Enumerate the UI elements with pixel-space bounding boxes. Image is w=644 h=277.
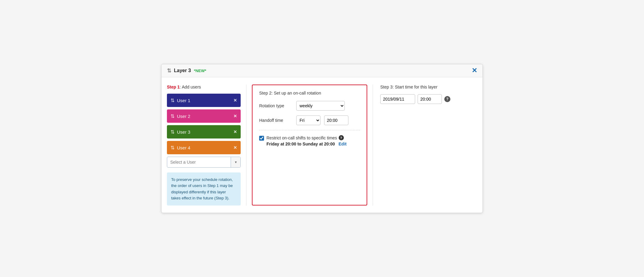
restrict-time-text: Friday at 20:00 to Sunday at 20:00 bbox=[266, 142, 335, 146]
handoff-label: Handoff time bbox=[259, 118, 293, 123]
user1-label: User 1 bbox=[177, 98, 190, 103]
user-bar-3[interactable]: ⇅ User 3 ✕ bbox=[167, 125, 241, 138]
user-bar-1[interactable]: ⇅ User 1 ✕ bbox=[167, 94, 241, 107]
step3-num: Step 3 bbox=[380, 85, 392, 89]
step1-num: Step 1 bbox=[167, 85, 180, 89]
user2-label: User 2 bbox=[177, 114, 190, 119]
user-bar-2[interactable]: ⇅ User 2 ✕ bbox=[167, 109, 241, 123]
sort-icon-3: ⇅ bbox=[171, 129, 175, 135]
user-bar-4[interactable]: ⇅ User 4 ✕ bbox=[167, 141, 241, 154]
remove-user1-button[interactable]: ✕ bbox=[233, 98, 237, 103]
step1-label: Step 1: Add users bbox=[167, 85, 241, 89]
window-body: Step 1: Add users ⇅ User 1 ✕ ⇅ User 2 ✕ … bbox=[161, 77, 483, 213]
step3-suffix: : Start time for this layer bbox=[392, 85, 437, 89]
user1-left: ⇅ User 1 bbox=[171, 98, 190, 103]
remove-user4-button[interactable]: ✕ bbox=[233, 145, 237, 150]
restrict-row: Restrict on-call shifts to specific time… bbox=[259, 135, 360, 146]
select-user-input[interactable] bbox=[167, 160, 231, 165]
step1-suffix: : Add users bbox=[180, 85, 201, 89]
new-badge: *NEW* bbox=[194, 68, 206, 73]
drag-icon: ⇅ bbox=[167, 67, 171, 74]
restrict-time-row: Friday at 20:00 to Sunday at 20:00 Edit bbox=[266, 142, 347, 146]
window-title: Layer 3 bbox=[174, 68, 191, 73]
restrict-checkbox[interactable] bbox=[259, 136, 264, 141]
restrict-content: Restrict on-call shifts to specific time… bbox=[266, 135, 347, 146]
handoff-day-select[interactable]: Mon Tue Wed Thu Fri Sat Sun bbox=[296, 115, 320, 125]
rotation-type-select[interactable]: weekly daily custom bbox=[296, 101, 345, 111]
step2-num: Step 2 bbox=[259, 91, 271, 95]
start-time-row: ? bbox=[380, 94, 477, 104]
user4-left: ⇅ User 4 bbox=[171, 145, 190, 151]
window-header: ⇅ Layer 3 *NEW* ✕ bbox=[161, 64, 483, 77]
close-button[interactable]: ✕ bbox=[472, 67, 477, 74]
select-user-wrapper[interactable]: ▾ bbox=[167, 157, 241, 168]
remove-user2-button[interactable]: ✕ bbox=[233, 114, 237, 118]
handoff-time-row: Handoff time Mon Tue Wed Thu Fri Sat Sun bbox=[259, 115, 360, 125]
handoff-time-input[interactable] bbox=[324, 115, 348, 125]
step3-label: Step 3: Start time for this layer bbox=[380, 85, 477, 89]
remove-user3-button[interactable]: ✕ bbox=[233, 129, 237, 134]
step2-suffix: : Set up an on-call rotation bbox=[271, 91, 321, 95]
step2-label: Step 2: Set up an on-call rotation bbox=[259, 91, 360, 95]
restrict-label-row: Restrict on-call shifts to specific time… bbox=[266, 135, 347, 140]
start-time-help-icon[interactable]: ? bbox=[444, 96, 450, 102]
user4-label: User 4 bbox=[177, 145, 190, 150]
restrict-help-icon[interactable]: ? bbox=[339, 135, 344, 140]
user3-label: User 3 bbox=[177, 129, 190, 135]
sort-icon-1: ⇅ bbox=[171, 98, 175, 103]
user3-left: ⇅ User 3 bbox=[171, 129, 190, 135]
rotation-type-row: Rotation type weekly daily custom bbox=[259, 101, 360, 111]
layer-window: ⇅ Layer 3 *NEW* ✕ Step 1: Add users ⇅ Us… bbox=[161, 64, 483, 213]
step2-divider bbox=[259, 130, 360, 130]
start-time-input[interactable] bbox=[418, 94, 442, 104]
edit-link[interactable]: Edit bbox=[339, 142, 347, 146]
start-date-input[interactable] bbox=[380, 94, 415, 104]
step3-panel: Step 3: Start time for this layer ? bbox=[373, 85, 477, 205]
info-box: To preserve your schedule rotation, the … bbox=[167, 172, 241, 205]
user2-left: ⇅ User 2 bbox=[171, 113, 190, 119]
rotation-label: Rotation type bbox=[259, 103, 293, 108]
restrict-label-text: Restrict on-call shifts to specific time… bbox=[266, 135, 337, 140]
select-user-dropdown-arrow[interactable]: ▾ bbox=[231, 157, 240, 167]
info-text: To preserve your schedule rotation, the … bbox=[171, 177, 233, 200]
step2-panel: Step 2: Set up an on-call rotation Rotat… bbox=[252, 85, 367, 205]
sort-icon-2: ⇅ bbox=[171, 113, 175, 119]
sort-icon-4: ⇅ bbox=[171, 145, 175, 151]
step1-panel: Step 1: Add users ⇅ User 1 ✕ ⇅ User 2 ✕ … bbox=[167, 85, 246, 205]
